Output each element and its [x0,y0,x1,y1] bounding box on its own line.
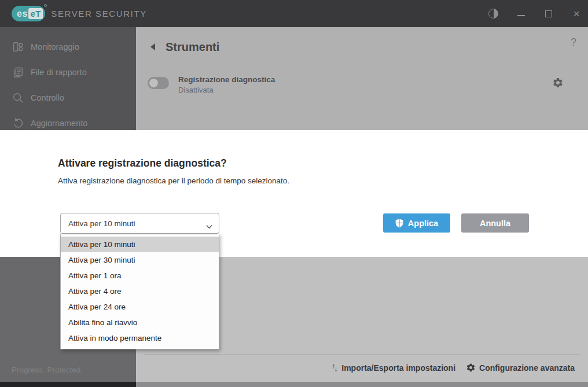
toggle-status: Disattivata [178,86,275,94]
cancel-button-label: Annulla [480,219,510,228]
sidebar-item-aggiornamento[interactable]: Aggiornamento [0,110,136,130]
sidebar-item-label: Monitoraggio [31,42,79,51]
toggle-knob [149,79,158,87]
toggle-text: Registrazione diagnostica Disattivata [178,75,275,94]
app-window: es eT SERVER SECURITY × Monitoraggio Fil… [0,0,588,387]
gear-icon [466,363,476,373]
apply-button[interactable]: Applica [383,213,450,233]
dropdown-option[interactable]: Abilita fino al riavvio [61,315,219,330]
apply-button-label: Applica [408,219,438,228]
close-button[interactable]: × [565,0,588,27]
cancel-button[interactable]: Annulla [461,213,529,233]
import-export-label: Importa/Esporta impostazioni [341,363,455,373]
minimize-button[interactable] [509,0,532,27]
registered-trademark-icon [44,4,47,7]
sidebar-item-label: Aggiornamento [31,119,87,128]
magnifier-icon [12,91,24,104]
contrast-icon [488,9,498,19]
dialog-description: Attiva registrazione diagnostica per il … [58,176,289,185]
duration-select[interactable]: Attiva per 10 minuti [60,213,219,234]
refresh-icon [12,117,24,130]
back-icon [150,43,155,50]
eset-logo-text-left: es [17,9,28,19]
product-name: SERVER SECURITY [51,9,146,19]
maximize-button[interactable] [537,0,560,27]
dialog-title: Attivare registrazione diagnostica? [58,157,227,169]
duration-select-value: Attiva per 10 minuti [68,219,135,228]
footer-actions: ↑↓ Importa/Esporta impostazioni Configur… [332,363,575,373]
bottom-strip-main [136,382,588,387]
chevron-down-icon [206,221,212,226]
page-header: Strumenti ? [136,35,588,58]
sidebar-item-file-di-rapporto[interactable]: File di rapporto [0,60,136,85]
dialog-buttons: Applica Annulla [383,213,529,233]
back-button[interactable] [150,43,159,51]
eset-logo: es eT [12,6,45,21]
dropdown-option[interactable]: Attiva per 30 minuti [61,252,219,268]
maximize-icon [545,10,552,17]
gear-icon [552,77,564,89]
diagnostic-logging-row: Registrazione diagnostica Disattivata [148,75,275,94]
dashboard-icon [12,40,24,53]
advanced-setup-label: Configurazione avanzata [479,363,575,373]
dropdown-option[interactable]: Attiva in modo permanente [61,330,219,346]
diagnostic-logging-toggle[interactable] [148,77,169,89]
dropdown-option[interactable]: Attiva per 24 ore [61,299,219,315]
bottom-strip-sidebar [0,382,136,387]
eset-logo-pill: es eT [12,6,45,21]
toggle-label: Registrazione diagnostica [178,75,275,84]
page-title: Strumenti [166,40,219,54]
help-button[interactable]: ? [571,36,576,49]
report-files-icon [12,66,24,79]
titlebar: es eT SERVER SECURITY × [0,0,588,27]
sidebar-item-label: File di rapporto [31,68,87,77]
sidebar-item-monitoraggio[interactable]: Monitoraggio [0,34,136,60]
import-export-icon: ↑↓ [332,364,337,371]
minimize-icon [517,15,525,16]
diagnostic-settings-button[interactable] [552,77,564,89]
dropdown-option[interactable]: Attiva per 10 minuti [61,237,219,252]
main-content: Strumenti ? Registrazione diagnostica Di… [136,27,588,130]
footer-divider [144,354,580,355]
sidebar-item-label: Controllo [31,93,64,102]
dropdown-option[interactable]: Attiva per 4 ore [61,283,219,299]
dropdown-option[interactable]: Attiva per 1 ora [61,268,219,283]
tagline: Progress. Protected. [12,366,83,374]
import-export-link[interactable]: ↑↓ Importa/Esporta impostazioni [332,363,455,373]
duration-dropdown-list: Attiva per 10 minuti Attiva per 30 minut… [60,234,219,349]
shield-icon [395,219,403,228]
sidebar-item-controllo[interactable]: Controllo [0,85,136,110]
advanced-setup-link[interactable]: Configurazione avanzata [466,363,575,373]
window-controls: × [482,0,588,27]
theme-contrast-button[interactable] [482,0,505,27]
sidebar: Monitoraggio File di rapporto Controllo … [0,27,136,130]
eset-logo-text-right: eT [28,8,43,19]
